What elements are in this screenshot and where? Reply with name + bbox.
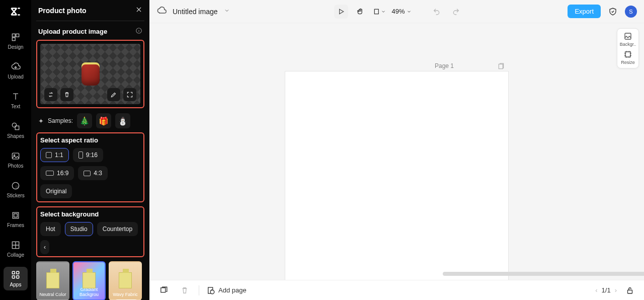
hand-icon[interactable] [353, 5, 367, 19]
add-page-button[interactable]: Add page [206, 286, 247, 295]
avatar[interactable]: S [625, 6, 637, 18]
horizontal-scrollbar[interactable] [443, 272, 644, 276]
info-icon[interactable] [135, 27, 142, 36]
redo-icon[interactable] [449, 5, 463, 19]
panel-title: Product photo [38, 7, 87, 15]
zoom-level[interactable]: 49% [391, 8, 412, 15]
nav-collage[interactable]: Collage [4, 237, 28, 261]
cloud-icon[interactable] [156, 6, 167, 17]
nav-label: Collage [7, 252, 24, 258]
nav-text[interactable]: Text [4, 89, 28, 112]
svg-rect-0 [12, 34, 15, 37]
sample-3[interactable]: ⛄ [115, 113, 130, 128]
ratio-9-16[interactable]: 9:16 [73, 148, 103, 162]
sample-1[interactable]: 🎄 [77, 113, 92, 128]
bg-gradient[interactable]: Gradiant Backgrou [72, 261, 106, 300]
nav-label: Upload [8, 74, 24, 80]
layers-icon[interactable] [156, 283, 171, 297]
prev-page-icon[interactable]: ‹ [595, 286, 597, 294]
svg-rect-8 [13, 212, 19, 218]
product-preview[interactable] [40, 44, 140, 104]
svg-rect-18 [161, 287, 166, 292]
sample-2[interactable]: 🎁 [96, 113, 111, 128]
nav-frames[interactable]: Frames [4, 207, 28, 231]
close-icon[interactable] [135, 6, 142, 15]
nav-stickers[interactable]: Stickers [4, 178, 28, 201]
svg-rect-2 [12, 38, 15, 41]
background-section: Select background Hot Studio Countertop … [36, 206, 144, 257]
lock-icon[interactable] [623, 283, 637, 297]
export-button[interactable]: Export [568, 5, 601, 18]
main-area: Untitled image 49% Export S Page [149, 0, 644, 300]
ratio-original[interactable]: Original [40, 184, 72, 198]
undo-icon[interactable] [430, 5, 444, 19]
nav-label: Apps [10, 282, 22, 287]
ratio-1-1[interactable]: 1:1 [40, 148, 69, 162]
page-1[interactable] [285, 71, 508, 280]
floating-tools: Backgr.. Resize [617, 28, 639, 68]
play-icon[interactable] [334, 5, 348, 19]
svg-rect-14 [17, 276, 19, 278]
paginator: ‹ 1/1 › [595, 286, 617, 294]
edit-icon[interactable] [107, 88, 120, 101]
aspect-ratio-section: Select aspect ratio 1:1 9:16 16:9 4:3 Or… [36, 132, 144, 202]
svg-rect-23 [625, 52, 631, 57]
title-dropdown-icon[interactable] [224, 8, 230, 15]
nav-design[interactable]: Design [4, 29, 28, 53]
aspect-label: Select aspect ratio [40, 136, 140, 144]
svg-rect-12 [17, 271, 19, 274]
app-logo[interactable] [9, 5, 22, 18]
bg-tab-hot[interactable]: Hot [40, 222, 61, 236]
nav-label: Photos [8, 163, 23, 169]
tool-resize[interactable]: Resize [618, 50, 637, 65]
ratio-16-9[interactable]: 16:9 [40, 166, 74, 180]
nav-label: Frames [7, 222, 24, 228]
svg-rect-17 [499, 64, 503, 68]
bg-tab-more[interactable]: ‹ [40, 240, 49, 254]
ratio-4-3[interactable]: 4:3 [78, 166, 108, 180]
nav-label: Design [8, 44, 23, 50]
tool-background[interactable]: Backgr.. [618, 32, 637, 47]
svg-rect-9 [14, 214, 18, 217]
nav-upload[interactable]: Upload [4, 59, 28, 83]
left-nav: Design Upload Text Shapes Photos Sticker… [0, 0, 31, 300]
trash-icon[interactable] [60, 88, 73, 101]
shield-icon[interactable] [606, 5, 620, 19]
sparkle-icon: ✦ [38, 117, 44, 125]
upload-section [36, 40, 144, 108]
svg-rect-13 [12, 276, 15, 278]
svg-rect-22 [625, 33, 631, 39]
document-title[interactable]: Untitled image [173, 8, 218, 16]
canvas[interactable]: Page 1 [149, 23, 644, 280]
nav-photos[interactable]: Photos [4, 148, 28, 172]
nav-apps[interactable]: Apps [4, 267, 28, 290]
product-image [82, 62, 100, 86]
nav-label: Shapes [7, 133, 24, 139]
svg-rect-16 [375, 9, 379, 14]
page-menu-icon[interactable] [497, 62, 505, 72]
chevron-icon: ‹ [44, 244, 46, 251]
nav-label: Stickers [7, 193, 25, 198]
svg-point-3 [12, 123, 16, 127]
svg-rect-21 [628, 290, 632, 293]
crop-dropdown[interactable] [372, 5, 386, 19]
background-label: Select background [40, 210, 140, 218]
swap-icon[interactable] [44, 88, 57, 101]
top-bar: Untitled image 49% Export S [149, 0, 644, 23]
next-page-icon[interactable]: › [615, 286, 617, 294]
bg-tab-countertop[interactable]: Countertop [97, 222, 138, 236]
svg-rect-1 [16, 34, 19, 37]
upload-label: Upload product image [38, 28, 107, 35]
expand-icon[interactable] [123, 88, 136, 101]
svg-rect-5 [12, 153, 19, 159]
footer-trash-icon[interactable] [178, 283, 192, 297]
nav-label: Text [11, 104, 20, 109]
bg-wavy-fabric[interactable]: Wavy Fabric [109, 261, 142, 300]
svg-rect-11 [12, 271, 15, 274]
nav-shapes[interactable]: Shapes [4, 118, 28, 142]
background-items: Neutral Color Gradiant Backgrou Wavy Fab… [36, 261, 144, 300]
samples-label: Samples: [48, 117, 73, 124]
bg-tab-studio[interactable]: Studio [65, 222, 93, 236]
bg-neutral-color[interactable]: Neutral Color [36, 261, 69, 300]
canvas-footer: Add page ‹ 1/1 › [149, 280, 644, 300]
